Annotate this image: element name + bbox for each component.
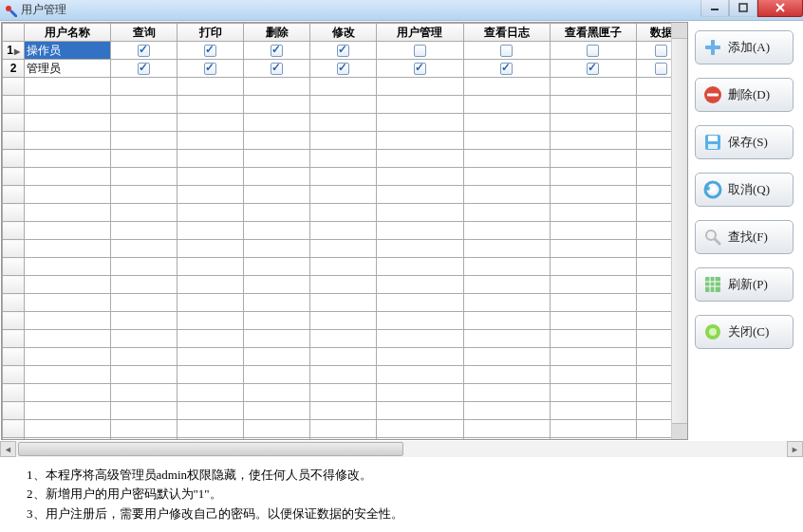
cell-check[interactable] xyxy=(244,330,310,348)
cell-check[interactable] xyxy=(177,240,244,258)
cell-check[interactable] xyxy=(310,402,377,420)
cell-username[interactable] xyxy=(25,132,111,150)
table-row[interactable] xyxy=(3,186,687,204)
cell-check[interactable] xyxy=(111,60,177,78)
cell-check[interactable] xyxy=(177,150,244,168)
cell-check[interactable] xyxy=(244,204,310,222)
cell-username[interactable] xyxy=(25,276,111,294)
table-row[interactable] xyxy=(3,402,687,420)
col-delete[interactable]: 删除 xyxy=(244,24,310,42)
save-button[interactable]: 保存(S) xyxy=(695,125,794,159)
cell-check[interactable] xyxy=(550,78,636,96)
cell-username[interactable] xyxy=(25,348,111,366)
cell-check[interactable] xyxy=(377,420,463,438)
cell-check[interactable] xyxy=(550,114,636,132)
close-button[interactable]: 关闭(C) xyxy=(695,315,794,349)
cell-check[interactable] xyxy=(310,168,377,186)
minimize-button[interactable] xyxy=(700,0,729,17)
cell-check[interactable] xyxy=(177,78,244,96)
cell-check[interactable] xyxy=(244,78,310,96)
table-row[interactable] xyxy=(3,294,687,312)
delete-button[interactable]: 删除(D) xyxy=(695,78,794,112)
refresh-button[interactable]: 刷新(P) xyxy=(695,267,794,302)
cell-check[interactable] xyxy=(244,240,310,258)
cell-check[interactable] xyxy=(244,132,310,150)
cell-check[interactable] xyxy=(310,438,377,439)
cell-check[interactable] xyxy=(463,186,550,204)
cell-check[interactable] xyxy=(177,366,244,384)
table-row[interactable] xyxy=(3,312,687,330)
cell-check[interactable] xyxy=(244,42,310,60)
cell-check[interactable] xyxy=(310,150,377,168)
cell-check[interactable] xyxy=(463,420,550,438)
cell-check[interactable] xyxy=(310,222,377,240)
cell-check[interactable] xyxy=(244,420,310,438)
cell-check[interactable] xyxy=(244,294,310,312)
checkbox-icon[interactable] xyxy=(414,45,426,57)
cell-check[interactable] xyxy=(463,366,550,384)
checkbox-icon[interactable] xyxy=(271,63,283,75)
cell-check[interactable] xyxy=(111,294,177,312)
cell-check[interactable] xyxy=(550,222,636,240)
cell-check[interactable] xyxy=(111,240,177,258)
checkbox-icon[interactable] xyxy=(271,45,283,57)
cell-username[interactable] xyxy=(25,438,111,439)
col-view-blackbox[interactable]: 查看黑匣子 xyxy=(550,24,636,42)
cell-check[interactable] xyxy=(377,348,463,366)
cell-check[interactable] xyxy=(310,384,377,402)
cell-check[interactable] xyxy=(463,384,550,402)
scroll-left-arrow[interactable]: ◄ xyxy=(0,441,16,457)
cell-check[interactable] xyxy=(244,150,310,168)
cell-check[interactable] xyxy=(177,438,244,439)
cell-check[interactable] xyxy=(177,384,244,402)
cell-check[interactable] xyxy=(111,114,177,132)
cell-check[interactable] xyxy=(463,438,550,439)
cell-check[interactable] xyxy=(111,420,177,438)
cell-check[interactable] xyxy=(310,258,377,276)
cell-username[interactable] xyxy=(25,78,111,96)
cancel-button[interactable]: 取消(Q) xyxy=(695,173,794,207)
cell-check[interactable] xyxy=(377,132,463,150)
cell-check[interactable] xyxy=(177,60,244,78)
cell-check[interactable] xyxy=(377,312,463,330)
cell-check[interactable] xyxy=(111,366,177,384)
cell-check[interactable] xyxy=(244,276,310,294)
cell-check[interactable] xyxy=(177,276,244,294)
close-window-button[interactable] xyxy=(757,0,803,17)
cell-username[interactable] xyxy=(25,312,111,330)
cell-check[interactable] xyxy=(550,258,636,276)
cell-check[interactable] xyxy=(177,348,244,366)
cell-check[interactable] xyxy=(177,96,244,114)
cell-check[interactable] xyxy=(177,114,244,132)
cell-check[interactable] xyxy=(463,348,550,366)
cell-check[interactable] xyxy=(310,348,377,366)
col-username[interactable]: 用户名称 xyxy=(25,24,111,42)
table-row[interactable] xyxy=(3,168,687,186)
cell-check[interactable] xyxy=(244,222,310,240)
cell-check[interactable] xyxy=(463,132,550,150)
cell-check[interactable] xyxy=(550,96,636,114)
cell-check[interactable] xyxy=(310,420,377,438)
checkbox-icon[interactable] xyxy=(587,63,599,75)
cell-check[interactable] xyxy=(111,312,177,330)
cell-check[interactable] xyxy=(244,402,310,420)
cell-check[interactable] xyxy=(550,276,636,294)
cell-check[interactable] xyxy=(177,402,244,420)
table-row[interactable] xyxy=(3,258,687,276)
table-row[interactable] xyxy=(3,222,687,240)
cell-check[interactable] xyxy=(377,42,463,60)
cell-check[interactable] xyxy=(377,330,463,348)
cell-check[interactable] xyxy=(111,348,177,366)
cell-username[interactable] xyxy=(25,330,111,348)
cell-check[interactable] xyxy=(244,438,310,439)
cell-check[interactable] xyxy=(111,168,177,186)
cell-check[interactable] xyxy=(111,204,177,222)
checkbox-icon[interactable] xyxy=(337,45,349,57)
cell-check[interactable] xyxy=(550,168,636,186)
cell-check[interactable] xyxy=(244,258,310,276)
cell-check[interactable] xyxy=(111,402,177,420)
cell-username[interactable] xyxy=(25,420,111,438)
cell-check[interactable] xyxy=(550,204,636,222)
checkbox-icon[interactable] xyxy=(500,63,513,75)
cell-check[interactable] xyxy=(550,312,636,330)
